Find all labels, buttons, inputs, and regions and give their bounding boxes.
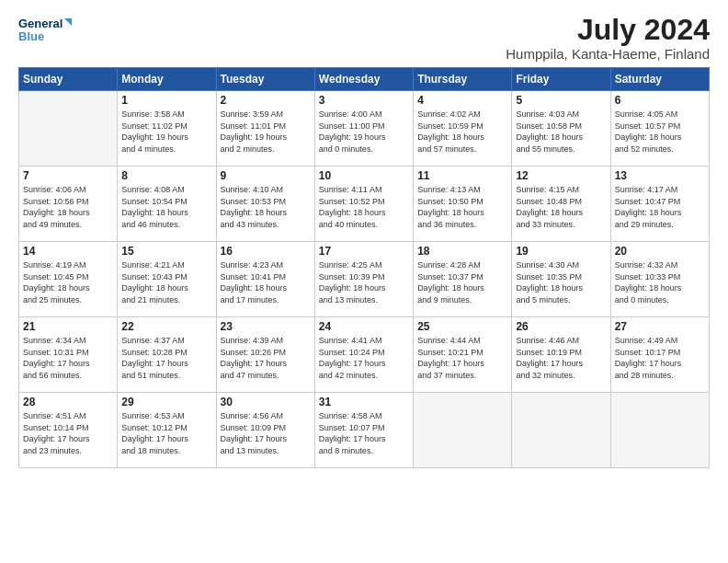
day-number: 28 (23, 396, 113, 408)
cell-w1-d1 (19, 91, 118, 167)
title-block: July 2024 Humppila, Kanta-Haeme, Finland (506, 15, 710, 62)
col-wednesday: Wednesday (314, 68, 413, 91)
col-saturday: Saturday (610, 68, 709, 91)
cell-w2-d3: 9Sunrise: 4:10 AM Sunset: 10:53 PM Dayli… (216, 167, 314, 242)
day-info: Sunrise: 4:13 AM Sunset: 10:50 PM Daylig… (417, 184, 507, 230)
day-info: Sunrise: 4:53 AM Sunset: 10:12 PM Daylig… (121, 410, 211, 456)
cell-w5-d3: 30Sunrise: 4:56 AM Sunset: 10:09 PM Dayl… (216, 393, 314, 468)
day-number: 15 (121, 245, 211, 258)
cell-w4-d1: 21Sunrise: 4:34 AM Sunset: 10:31 PM Dayl… (19, 317, 118, 393)
cell-w2-d5: 11Sunrise: 4:13 AM Sunset: 10:50 PM Dayl… (414, 167, 512, 242)
cell-w4-d3: 23Sunrise: 4:39 AM Sunset: 10:26 PM Dayl… (216, 317, 314, 393)
day-info: Sunrise: 4:10 AM Sunset: 10:53 PM Daylig… (221, 184, 311, 230)
cell-w1-d2: 1Sunrise: 3:58 AM Sunset: 11:02 PM Dayli… (118, 91, 216, 167)
day-info: Sunrise: 4:02 AM Sunset: 10:59 PM Daylig… (417, 109, 507, 155)
col-thursday: Thursday (414, 68, 512, 91)
day-info: Sunrise: 4:05 AM Sunset: 10:57 PM Daylig… (615, 109, 705, 155)
day-info: Sunrise: 4:56 AM Sunset: 10:09 PM Daylig… (221, 410, 311, 456)
cell-w4-d6: 26Sunrise: 4:46 AM Sunset: 10:19 PM Dayl… (512, 317, 610, 393)
cell-w3-d7: 20Sunrise: 4:32 AM Sunset: 10:33 PM Dayl… (610, 242, 709, 317)
cell-w1-d5: 4Sunrise: 4:02 AM Sunset: 10:59 PM Dayli… (414, 91, 512, 167)
day-number: 5 (516, 94, 606, 107)
day-info: Sunrise: 4:21 AM Sunset: 10:43 PM Daylig… (121, 259, 211, 305)
day-number: 14 (23, 245, 113, 258)
day-info: Sunrise: 4:08 AM Sunset: 10:54 PM Daylig… (121, 184, 211, 230)
cell-w5-d1: 28Sunrise: 4:51 AM Sunset: 10:14 PM Dayl… (19, 393, 118, 468)
day-info: Sunrise: 4:28 AM Sunset: 10:37 PM Daylig… (417, 259, 507, 305)
cell-w2-d2: 8Sunrise: 4:08 AM Sunset: 10:54 PM Dayli… (118, 167, 216, 242)
day-number: 13 (615, 169, 705, 182)
week-row-2: 7Sunrise: 4:06 AM Sunset: 10:56 PM Dayli… (19, 167, 710, 242)
day-number: 6 (615, 94, 705, 107)
cell-w5-d4: 31Sunrise: 4:58 AM Sunset: 10:07 PM Dayl… (314, 393, 413, 468)
col-friday: Friday (512, 68, 610, 91)
week-row-5: 28Sunrise: 4:51 AM Sunset: 10:14 PM Dayl… (19, 393, 710, 468)
day-info: Sunrise: 4:19 AM Sunset: 10:45 PM Daylig… (23, 259, 113, 305)
day-info: Sunrise: 3:58 AM Sunset: 11:02 PM Daylig… (121, 109, 211, 155)
day-info: Sunrise: 4:30 AM Sunset: 10:35 PM Daylig… (516, 259, 606, 305)
cell-w3-d4: 17Sunrise: 4:25 AM Sunset: 10:39 PM Dayl… (314, 242, 413, 317)
cell-w5-d7 (610, 393, 709, 468)
day-info: Sunrise: 4:37 AM Sunset: 10:28 PM Daylig… (121, 335, 211, 381)
cell-w5-d2: 29Sunrise: 4:53 AM Sunset: 10:12 PM Dayl… (118, 393, 216, 468)
day-info: Sunrise: 4:06 AM Sunset: 10:56 PM Daylig… (23, 184, 113, 230)
day-number: 1 (121, 94, 211, 107)
day-info: Sunrise: 4:39 AM Sunset: 10:26 PM Daylig… (221, 335, 311, 381)
cell-w4-d2: 22Sunrise: 4:37 AM Sunset: 10:28 PM Dayl… (118, 317, 216, 393)
cell-w4-d7: 27Sunrise: 4:49 AM Sunset: 10:17 PM Dayl… (610, 317, 709, 393)
header: General Blue July 2024 Humppila, Kanta-H… (18, 15, 710, 62)
day-number: 22 (121, 320, 211, 333)
day-number: 26 (516, 320, 606, 333)
header-row: Sunday Monday Tuesday Wednesday Thursday… (19, 68, 710, 91)
day-number: 4 (417, 94, 507, 107)
day-number: 30 (221, 396, 311, 408)
day-number: 19 (516, 245, 606, 258)
cell-w2-d6: 12Sunrise: 4:15 AM Sunset: 10:48 PM Dayl… (512, 167, 610, 242)
svg-marker-2 (64, 18, 72, 26)
cell-w3-d1: 14Sunrise: 4:19 AM Sunset: 10:45 PM Dayl… (19, 242, 118, 317)
day-info: Sunrise: 3:59 AM Sunset: 11:01 PM Daylig… (221, 109, 311, 155)
day-info: Sunrise: 4:03 AM Sunset: 10:58 PM Daylig… (516, 109, 606, 155)
day-number: 17 (319, 245, 409, 258)
day-info: Sunrise: 4:17 AM Sunset: 10:47 PM Daylig… (615, 184, 705, 230)
day-number: 18 (417, 245, 507, 258)
day-number: 21 (23, 320, 113, 333)
day-number: 27 (615, 320, 705, 333)
day-number: 29 (121, 396, 211, 408)
day-number: 16 (221, 245, 311, 258)
day-number: 10 (319, 169, 409, 182)
cell-w4-d5: 25Sunrise: 4:44 AM Sunset: 10:21 PM Dayl… (414, 317, 512, 393)
day-number: 9 (221, 169, 311, 182)
cell-w1-d3: 2Sunrise: 3:59 AM Sunset: 11:01 PM Dayli… (216, 91, 314, 167)
day-info: Sunrise: 4:51 AM Sunset: 10:14 PM Daylig… (23, 410, 113, 456)
day-number: 20 (615, 245, 705, 258)
day-info: Sunrise: 4:23 AM Sunset: 10:41 PM Daylig… (221, 259, 311, 305)
cell-w2-d4: 10Sunrise: 4:11 AM Sunset: 10:52 PM Dayl… (314, 167, 413, 242)
day-number: 3 (319, 94, 409, 107)
day-number: 24 (319, 320, 409, 333)
svg-text:Blue: Blue (18, 29, 44, 43)
day-info: Sunrise: 4:58 AM Sunset: 10:07 PM Daylig… (319, 410, 409, 456)
day-number: 25 (417, 320, 507, 333)
day-number: 11 (417, 169, 507, 182)
day-number: 23 (221, 320, 311, 333)
col-sunday: Sunday (19, 68, 118, 91)
cell-w2-d1: 7Sunrise: 4:06 AM Sunset: 10:56 PM Dayli… (19, 167, 118, 242)
cell-w3-d6: 19Sunrise: 4:30 AM Sunset: 10:35 PM Dayl… (512, 242, 610, 317)
logo-svg: General Blue (18, 15, 74, 48)
cell-w1-d4: 3Sunrise: 4:00 AM Sunset: 11:00 PM Dayli… (314, 91, 413, 167)
day-number: 31 (319, 396, 409, 408)
cell-w2-d7: 13Sunrise: 4:17 AM Sunset: 10:47 PM Dayl… (610, 167, 709, 242)
day-info: Sunrise: 4:32 AM Sunset: 10:33 PM Daylig… (615, 259, 705, 305)
cell-w3-d3: 16Sunrise: 4:23 AM Sunset: 10:41 PM Dayl… (216, 242, 314, 317)
cell-w5-d6 (512, 393, 610, 468)
calendar-page: General Blue July 2024 Humppila, Kanta-H… (0, 0, 728, 563)
day-number: 7 (23, 169, 113, 182)
day-number: 2 (221, 94, 311, 107)
cell-w5-d5 (414, 393, 512, 468)
day-info: Sunrise: 4:34 AM Sunset: 10:31 PM Daylig… (23, 335, 113, 381)
day-info: Sunrise: 4:41 AM Sunset: 10:24 PM Daylig… (319, 335, 409, 381)
cell-w1-d7: 6Sunrise: 4:05 AM Sunset: 10:57 PM Dayli… (610, 91, 709, 167)
svg-text:General: General (18, 17, 63, 30)
cell-w1-d6: 5Sunrise: 4:03 AM Sunset: 10:58 PM Dayli… (512, 91, 610, 167)
